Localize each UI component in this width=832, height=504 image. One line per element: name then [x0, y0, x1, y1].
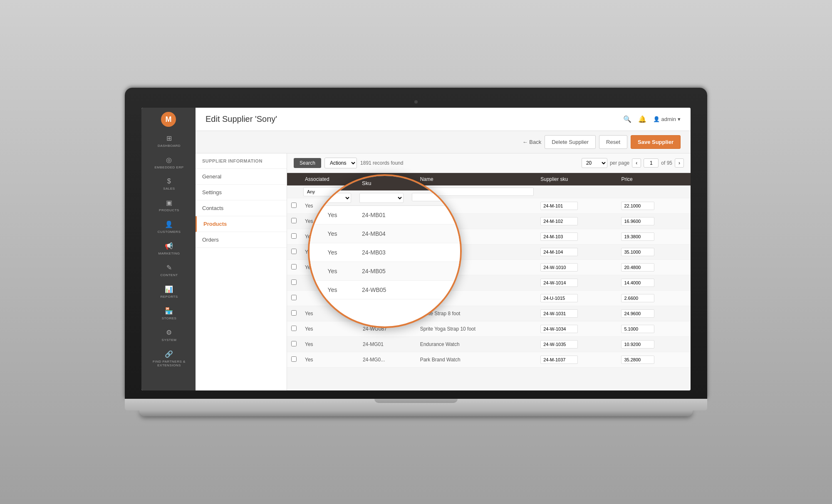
sidebar-item-embedded-erp[interactable]: ◎ EMBEDDED ERP [141, 152, 196, 173]
row-checkbox-4[interactable] [291, 264, 297, 269]
row-checkbox-2[interactable] [291, 233, 297, 239]
supplier-sku-input-4[interactable] [540, 263, 578, 272]
left-nav: SUPPLIER INFORMATION General Settings Co… [196, 153, 287, 390]
supplier-sku-input-0[interactable] [540, 202, 578, 210]
table-toolbar-right: 20 per page ‹ of 95 › [582, 158, 684, 168]
sidebar-label-reports: REPORTS [160, 295, 178, 299]
assoc-cell-4: Yes [301, 260, 359, 275]
supplier-sku-input-3[interactable] [540, 248, 578, 256]
associated-filter[interactable]: AnyYesNo [303, 187, 356, 196]
records-text: 1891 records found [360, 160, 403, 166]
sidebar-label-dashboard: DASHBOARD [158, 144, 181, 148]
save-supplier-button[interactable]: Save Supplier [631, 135, 681, 149]
assoc-cell-9: Yes [301, 337, 359, 352]
search-button[interactable]: Search [294, 158, 321, 168]
supplier-sku-input-8[interactable] [540, 325, 578, 333]
sidebar-item-reports[interactable]: 📊 REPORTS [141, 281, 196, 303]
sidebar-item-products[interactable]: ▣ PRODUCTS [141, 195, 196, 216]
assoc-cell-7: Yes [301, 306, 359, 321]
nav-item-orders[interactable]: Orders [196, 232, 287, 248]
sku-filter-type[interactable] [361, 187, 414, 196]
page-number-input[interactable] [644, 158, 659, 168]
name-filter-input[interactable] [418, 188, 534, 196]
sidebar-item-sales[interactable]: $ SALES [141, 173, 196, 195]
assoc-cell-1: Yes [301, 214, 359, 229]
row-checkbox-7[interactable] [291, 310, 297, 316]
price-input-3[interactable] [621, 248, 654, 256]
per-page-label: per page [610, 160, 629, 166]
supplier-sku-input-5[interactable] [540, 279, 578, 287]
row-checkbox-0[interactable] [291, 203, 297, 208]
row-checkbox-6[interactable] [291, 295, 297, 300]
row-checkbox-10[interactable] [291, 356, 297, 362]
sku-cell-7: 24-WB04 [359, 306, 416, 321]
per-page-select[interactable]: 20 [582, 158, 607, 168]
sidebar-item-customers[interactable]: 👤 CUSTOMERS [141, 216, 196, 238]
user-icon: 👤 [653, 116, 660, 122]
price-input-4[interactable] [621, 263, 654, 272]
prev-page-button[interactable]: ‹ [632, 158, 641, 168]
supplier-sku-input-7[interactable] [540, 309, 578, 318]
price-input-2[interactable] [621, 232, 654, 241]
row-checkbox-5[interactable] [291, 279, 297, 285]
table-row: Yes 24-MB03 Crown... [287, 229, 691, 245]
sidebar-item-content[interactable]: ✎ CONTENT [141, 259, 196, 281]
price-input-6[interactable] [621, 294, 654, 302]
name-cell-1: Strive Sh... [416, 214, 537, 229]
customers-icon: 👤 [165, 220, 173, 228]
supplier-sku-input-9[interactable] [540, 340, 578, 348]
nav-item-settings[interactable]: Settings [196, 185, 287, 200]
notifications-icon-btn[interactable]: 🔔 [638, 115, 646, 123]
checkbox-col-header [287, 173, 301, 185]
sidebar-item-stores[interactable]: 🏪 STORES [141, 303, 196, 324]
table-toolbar: Search Actions 1891 records found 20 [287, 153, 691, 173]
supplier-sku-input-2[interactable] [540, 232, 578, 241]
camera [414, 100, 418, 104]
supplier-sku-input-1[interactable] [540, 217, 578, 225]
nav-item-products[interactable]: Products [196, 216, 287, 232]
reset-button[interactable]: Reset [599, 135, 627, 149]
name-cell-0: Joust D... [416, 198, 537, 214]
sidebar-item-marketing[interactable]: 📢 MARKETING [141, 238, 196, 259]
supplier-sku-input-6[interactable] [540, 294, 578, 302]
price-input-0[interactable] [621, 202, 654, 210]
filter-row: AnyYesNo [287, 185, 691, 198]
price-input-1[interactable] [621, 217, 654, 225]
sales-icon: $ [167, 178, 171, 185]
sidebar-item-find-partners[interactable]: 🔗 FIND PARTNERS & EXTENSIONS [141, 346, 196, 371]
price-input-10[interactable] [621, 356, 654, 364]
row-checkbox-1[interactable] [291, 218, 297, 223]
sidebar-label-stores: STORES [162, 316, 177, 320]
search-icon-btn[interactable]: 🔍 [623, 115, 631, 123]
price-col-header: Price [617, 173, 691, 185]
sidebar-item-dashboard[interactable]: ⊞ DASHBOARD [141, 130, 196, 152]
row-checkbox-3[interactable] [291, 249, 297, 254]
body-area: SUPPLIER INFORMATION General Settings Co… [196, 153, 691, 390]
next-page-button[interactable]: › [675, 158, 684, 168]
row-checkbox-8[interactable] [291, 326, 297, 331]
table-row: Yes 24-MB04 Strive Sh... [287, 214, 691, 229]
nav-item-general[interactable]: General [196, 169, 287, 185]
price-input-9[interactable] [621, 340, 654, 348]
row-checkbox-9[interactable] [291, 341, 297, 346]
price-input-8[interactable] [621, 325, 654, 333]
price-input-5[interactable] [621, 279, 654, 287]
delete-supplier-button[interactable]: Delete Supplier [545, 135, 596, 149]
sidebar: M ⊞ DASHBOARD ◎ EMBEDDED ERP $ SALES ▣ [141, 108, 196, 390]
sidebar-label-erp: EMBEDDED ERP [154, 166, 183, 169]
assoc-cell-10: Yes [301, 352, 359, 368]
nav-item-contacts[interactable]: Contacts [196, 200, 287, 216]
back-button[interactable]: ← Back [522, 139, 542, 145]
sku-cell-8: 24-WG087 [359, 321, 416, 337]
erp-icon: ◎ [166, 156, 172, 164]
table-area: Search Actions 1891 records found 20 [287, 153, 691, 390]
sidebar-item-system[interactable]: ⚙ SYSTEM [141, 324, 196, 346]
admin-user-menu[interactable]: 👤 admin ▾ [653, 116, 681, 122]
supplier-sku-input-10[interactable] [540, 356, 578, 364]
actions-select[interactable]: Actions [324, 158, 357, 168]
price-input-7[interactable] [621, 309, 654, 318]
products-table: Associated Sku Name Supplier sku Price [287, 173, 691, 368]
top-header: Edit Supplier 'Sony' 🔍 🔔 👤 admin ▾ [196, 108, 691, 131]
admin-label: admin [661, 116, 676, 122]
table-row [287, 275, 691, 291]
